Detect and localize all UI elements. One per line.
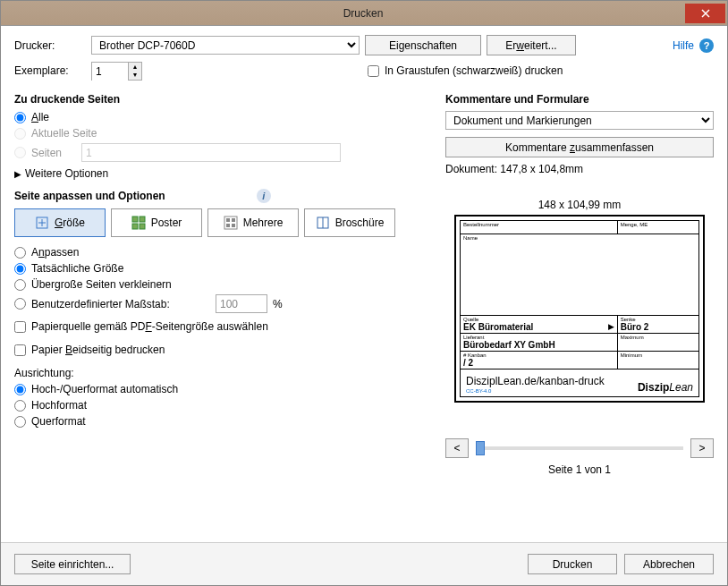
triangle-right-icon: ▶: [14, 169, 21, 179]
tab-size[interactable]: Größe: [14, 208, 106, 237]
tab-poster[interactable]: Poster: [111, 208, 202, 237]
prev-page-button[interactable]: <: [445, 438, 469, 458]
titlebar: Drucken: [1, 1, 727, 26]
orientation-title: Ausrichtung:: [14, 367, 417, 379]
page-setup-button[interactable]: Seite einrichten...: [14, 554, 131, 574]
slider-thumb[interactable]: [476, 441, 485, 455]
document-size-label: Dokument: 147,8 x 104,8mm: [445, 163, 714, 175]
summarize-button[interactable]: Kommentare zusammenfassen: [445, 137, 714, 157]
svg-rect-6: [226, 218, 230, 222]
comments-title: Kommentare und Formulare: [445, 93, 714, 106]
tab-multi[interactable]: Mehrere: [207, 208, 299, 237]
more-options-toggle[interactable]: ▶ Weitere Optionen: [14, 167, 417, 180]
radio-actual[interactable]: Tatsächliche Größe: [14, 262, 417, 275]
svg-rect-9: [232, 224, 235, 227]
svg-rect-1: [132, 217, 138, 222]
svg-rect-3: [132, 224, 138, 229]
radio-orient-auto[interactable]: Hoch-/Querformat automatisch: [14, 383, 417, 395]
printer-label: Drucker:: [14, 39, 86, 52]
radio-custom[interactable]: Benutzerdefinierter Maßstab: %: [14, 294, 417, 313]
copies-label: Exemplare:: [14, 64, 86, 77]
check-duplex[interactable]: Papier Beidseitig bedrucken: [14, 344, 417, 356]
pages-input: [81, 143, 341, 162]
svg-rect-4: [140, 224, 145, 229]
properties-button[interactable]: Eigenschaften: [365, 35, 481, 55]
size-options-title: Seite anpassen und Optionen: [14, 190, 165, 202]
poster-icon: [131, 216, 146, 230]
close-icon: [701, 9, 710, 18]
booklet-icon: [316, 216, 330, 230]
cancel-button[interactable]: Abbrechen: [624, 554, 714, 574]
copies-spinner[interactable]: ▲▼: [91, 62, 142, 81]
advanced-button[interactable]: Erweitert...: [487, 35, 576, 55]
grayscale-check[interactable]: In Graustufen (schwarzweiß) drucken: [368, 64, 563, 77]
help-icon[interactable]: ?: [699, 38, 714, 53]
spin-up-icon[interactable]: ▲: [129, 63, 141, 72]
print-button[interactable]: Drucken: [528, 554, 617, 574]
window-title: Drucken: [41, 7, 685, 20]
radio-all[interactable]: Alle: [14, 111, 417, 123]
spin-down-icon[interactable]: ▼: [129, 71, 141, 80]
radio-pages: Seiten: [14, 143, 417, 162]
tab-booklet[interactable]: Broschüre: [304, 208, 395, 237]
size-icon: [35, 216, 49, 230]
preview-page-size: 148 x 104,99 mm: [445, 199, 714, 211]
radio-orient-landscape[interactable]: Querformat: [14, 415, 417, 428]
printer-select[interactable]: Brother DCP-7060D: [91, 36, 360, 55]
check-paper-source[interactable]: Papierquelle gemäß PDF-Seitengröße auswä…: [14, 320, 417, 333]
radio-orient-portrait[interactable]: Hochformat: [14, 399, 417, 412]
svg-rect-2: [140, 217, 145, 222]
scale-input: [216, 294, 267, 313]
multi-icon: [224, 216, 238, 230]
pages-title: Zu druckende Seiten: [14, 93, 417, 106]
page-slider[interactable]: [476, 446, 683, 450]
comments-select[interactable]: Dokument und Markierungen: [445, 111, 714, 130]
help-link[interactable]: Hilfe: [673, 39, 694, 52]
copies-input[interactable]: [92, 63, 128, 81]
svg-rect-8: [226, 224, 230, 227]
info-icon[interactable]: i: [257, 189, 271, 203]
radio-current: Aktuelle Seite: [14, 127, 417, 140]
close-button[interactable]: [685, 4, 725, 23]
next-page-button[interactable]: >: [690, 438, 714, 458]
radio-fit[interactable]: Anpassen: [14, 246, 417, 259]
svg-rect-7: [232, 218, 235, 222]
print-preview: Bestellnummer Menge, ME Name QuelleEK Bü…: [454, 215, 705, 403]
page-indicator: Seite 1 von 1: [445, 463, 714, 476]
radio-shrink[interactable]: Übergroße Seiten verkleinern: [14, 278, 417, 291]
